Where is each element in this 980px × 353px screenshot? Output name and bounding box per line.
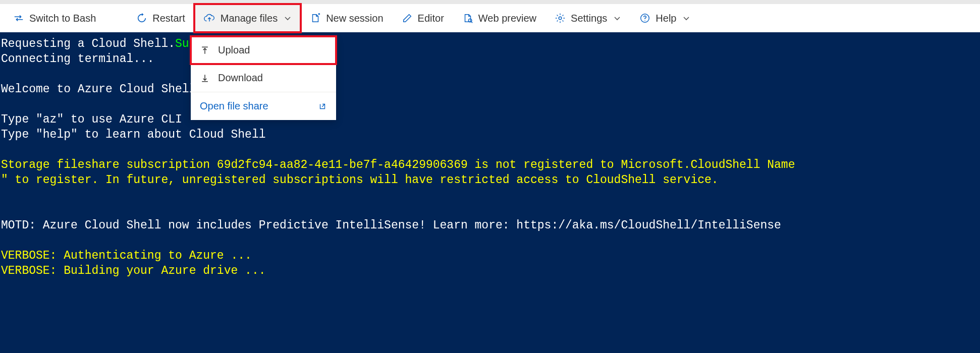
gear-icon <box>555 13 566 24</box>
terminal-line: MOTD: Azure Cloud Shell now includes Pre… <box>1 219 781 232</box>
manage-files-label: Manage files <box>221 13 278 24</box>
svg-point-3 <box>645 20 645 21</box>
manage-files-dropdown: Upload Download Open file share <box>191 36 336 120</box>
terminal-line: VERBOSE: Authenticating to Azure ... <box>1 249 252 262</box>
terminal-line: Requesting a Cloud Shell. <box>1 37 175 50</box>
upload-menuitem[interactable]: Upload <box>191 36 336 64</box>
window-top-strip <box>0 0 980 4</box>
help-icon <box>639 13 650 24</box>
manage-files-button[interactable]: Manage files <box>194 4 301 32</box>
chevron-down-icon <box>613 14 621 22</box>
svg-point-1 <box>559 17 562 20</box>
help-label: Help <box>656 13 676 24</box>
cloudshell-terminal[interactable]: Requesting a Cloud Shell.Su Connecting t… <box>0 32 980 353</box>
terminal-line: Type "az" to use Azure CLI <box>1 113 182 126</box>
restart-button[interactable]: Restart <box>127 4 194 32</box>
upload-label: Upload <box>218 44 250 56</box>
download-menuitem[interactable]: Download <box>191 64 336 92</box>
terminal-line: Storage fileshare subscription 69d2fc94-… <box>1 158 795 171</box>
open-file-share-menuitem[interactable]: Open file share <box>191 92 336 120</box>
new-session-label: New session <box>326 13 383 24</box>
cloudshell-toolbar: Switch to Bash Restart Manage files <box>0 4 980 32</box>
cloud-upload-icon <box>203 13 215 24</box>
help-button[interactable]: Help <box>630 4 699 32</box>
external-link-icon <box>318 102 327 111</box>
settings-button[interactable]: Settings <box>546 4 630 32</box>
open-file-share-label: Open file share <box>200 100 268 112</box>
pencil-icon <box>402 13 413 24</box>
swap-icon <box>13 13 24 24</box>
terminal-line: Connecting terminal... <box>1 52 154 66</box>
chevron-down-icon <box>682 14 690 22</box>
new-session-icon <box>310 13 321 24</box>
terminal-line: Welcome to Azure Cloud Shell <box>1 83 196 96</box>
restart-icon <box>136 13 147 24</box>
terminal-line: Type "help" to learn about Cloud Shell <box>1 128 266 141</box>
restart-label: Restart <box>152 13 185 24</box>
download-icon <box>200 73 210 83</box>
new-session-button[interactable]: New session <box>301 4 392 32</box>
editor-label: Editor <box>418 13 444 24</box>
download-label: Download <box>218 72 263 84</box>
editor-button[interactable]: Editor <box>393 4 453 32</box>
switch-to-bash-button[interactable]: Switch to Bash <box>4 4 105 32</box>
web-preview-label: Web preview <box>478 13 536 24</box>
web-preview-icon <box>462 13 473 24</box>
chevron-down-icon <box>284 14 292 22</box>
switch-to-bash-label: Switch to Bash <box>29 13 96 24</box>
terminal-line: VERBOSE: Building your Azure drive ... <box>1 264 266 277</box>
terminal-line: Su <box>175 37 189 50</box>
terminal-line: " to register. In future, unregistered s… <box>1 173 719 187</box>
settings-label: Settings <box>571 13 607 24</box>
web-preview-button[interactable]: Web preview <box>453 4 546 32</box>
upload-icon <box>200 45 210 55</box>
